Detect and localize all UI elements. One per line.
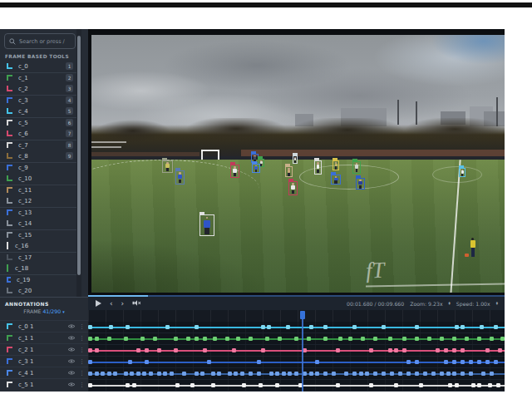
tool-item-c_1[interactable]: c_12 <box>0 72 76 84</box>
tool-item-c_2[interactable]: c_23 <box>0 83 76 95</box>
keyframe-dot[interactable] <box>163 372 167 376</box>
mute-button[interactable] <box>132 299 141 308</box>
keyframe-dot[interactable] <box>242 383 246 387</box>
annotation-object-row[interactable]: c_5 1⋮ <box>0 378 88 390</box>
tool-item-c_0[interactable]: c_01 <box>0 61 76 72</box>
keyframe-dot[interactable] <box>142 372 146 376</box>
keyframe-dot[interactable] <box>182 372 186 376</box>
keyframe-dot[interactable] <box>382 325 386 329</box>
player-bounding-box[interactable] <box>162 160 173 173</box>
keyframe-dot[interactable] <box>190 383 195 387</box>
keyframe-dot[interactable] <box>228 372 232 376</box>
keyframe-dot[interactable] <box>149 372 153 376</box>
player-bounding-box[interactable] <box>252 164 260 173</box>
keyframe-dot[interactable] <box>288 372 292 376</box>
keyframe-dot[interactable] <box>232 348 236 352</box>
keyframe-dot[interactable] <box>236 337 240 341</box>
keyframe-dot[interactable] <box>107 372 111 376</box>
keyframe-dot[interactable] <box>369 348 373 352</box>
speed-control[interactable]: Speed: 1.00x <box>456 301 490 307</box>
keyframe-dot[interactable] <box>130 372 134 376</box>
keyframe-dot[interactable] <box>249 372 253 376</box>
annotation-object-row[interactable]: c_4 1⋮ <box>0 367 88 378</box>
prev-frame-button[interactable]: ‹ <box>110 300 113 308</box>
keyframe-dot[interactable] <box>406 372 411 376</box>
tool-item-c_17[interactable]: c_17 <box>0 252 76 263</box>
keyframe-dot[interactable] <box>315 360 319 364</box>
keyframe-dot[interactable] <box>490 337 494 341</box>
tool-item-c_8[interactable]: c_89 <box>0 150 76 162</box>
keyframe-dot[interactable] <box>344 372 348 376</box>
keyframe-dot[interactable] <box>332 372 336 376</box>
keyframe-dot[interactable] <box>124 337 128 341</box>
annotation-object-row[interactable]: c_3 1⋮ <box>0 355 88 367</box>
keyframe-dot[interactable] <box>485 348 490 352</box>
player-bounding-box[interactable] <box>352 161 361 174</box>
tool-item-c_5[interactable]: c_56 <box>0 117 76 129</box>
keyframe-dot[interactable] <box>448 383 452 387</box>
keyframe-dot[interactable] <box>211 372 215 376</box>
keyframe-dot[interactable] <box>452 372 456 376</box>
keyframe-dot[interactable] <box>496 383 500 387</box>
keyframe-dot[interactable] <box>195 325 199 329</box>
keyframe-dot[interactable] <box>203 337 207 341</box>
keyframe-dot[interactable] <box>145 348 149 352</box>
keyframe-dot[interactable] <box>446 372 451 376</box>
keyframe-dot[interactable] <box>265 337 269 341</box>
keyframe-dot[interactable] <box>481 372 485 376</box>
visibility-eye-icon[interactable] <box>67 323 76 329</box>
player-bounding-box[interactable] <box>175 170 185 185</box>
keyframe-dot[interactable] <box>165 325 170 329</box>
annotation-object-row[interactable]: c_1 1⋮ <box>0 332 88 343</box>
tool-item-c_13[interactable]: c_13 <box>0 207 76 219</box>
player-bounding-box[interactable] <box>285 166 293 177</box>
keyframe-dot[interactable] <box>157 348 161 352</box>
keyframe-dot[interactable] <box>500 337 505 341</box>
keyframe-dot[interactable] <box>249 337 253 341</box>
keyframe-dot[interactable] <box>259 383 263 387</box>
keyframe-dot[interactable] <box>494 360 498 364</box>
keyframe-dot[interactable] <box>175 383 180 387</box>
player-bounding-box[interactable] <box>356 178 365 190</box>
visibility-eye-icon[interactable] <box>67 335 76 341</box>
keyframe-dot[interactable] <box>415 360 419 364</box>
keyframe-dot[interactable] <box>498 348 502 352</box>
keyframe-dot[interactable] <box>128 360 132 364</box>
keyframe-dot[interactable] <box>461 325 465 329</box>
keyframe-dot[interactable] <box>352 325 357 329</box>
tool-item-c_19[interactable]: c_19 <box>0 274 76 286</box>
keyframe-dot[interactable] <box>440 372 444 376</box>
keyframe-dot[interactable] <box>200 372 204 376</box>
keyframe-dot[interactable] <box>211 383 215 387</box>
annotation-object-row[interactable]: c_0 1⋮ <box>0 320 88 332</box>
keyframe-tracks[interactable] <box>88 322 505 392</box>
zoom-control[interactable]: Zoom: 9.23x <box>410 301 442 307</box>
kebab-menu-icon[interactable]: ⋮ <box>79 335 85 342</box>
visibility-eye-icon[interactable] <box>67 358 76 364</box>
keyframe-dot[interactable] <box>382 372 386 376</box>
keyframe-dot[interactable] <box>126 383 130 387</box>
keyframe-dot[interactable] <box>275 372 279 376</box>
keyframe-dot[interactable] <box>352 372 357 376</box>
keyframe-dot[interactable] <box>282 372 286 376</box>
keyframe-dot[interactable] <box>461 348 465 352</box>
kebab-menu-icon[interactable]: ⋮ <box>79 370 85 377</box>
keyframe-dot[interactable] <box>207 360 211 364</box>
keyframe-dot[interactable] <box>444 360 448 364</box>
track-row-c_2-1[interactable] <box>88 345 505 357</box>
keyframe-dot[interactable] <box>415 372 419 376</box>
track-row-c_1-1[interactable] <box>88 333 505 345</box>
keyframe-dot[interactable] <box>145 360 149 364</box>
tool-item-c_16[interactable]: c_16 <box>0 240 76 252</box>
keyframe-dot[interactable] <box>452 337 456 341</box>
keyframe-dot[interactable] <box>88 325 92 329</box>
keyframe-dot[interactable] <box>423 372 427 376</box>
keyframe-dot[interactable] <box>415 337 419 341</box>
keyframe-dot[interactable] <box>436 348 440 352</box>
keyframe-dot[interactable] <box>480 325 484 329</box>
visibility-eye-icon[interactable] <box>67 382 76 387</box>
keyframe-dot[interactable] <box>469 360 473 364</box>
keyframe-dot[interactable] <box>323 372 328 376</box>
keyframe-dot[interactable] <box>261 348 265 352</box>
sidebar-scrollbar-thumb[interactable] <box>77 36 81 275</box>
